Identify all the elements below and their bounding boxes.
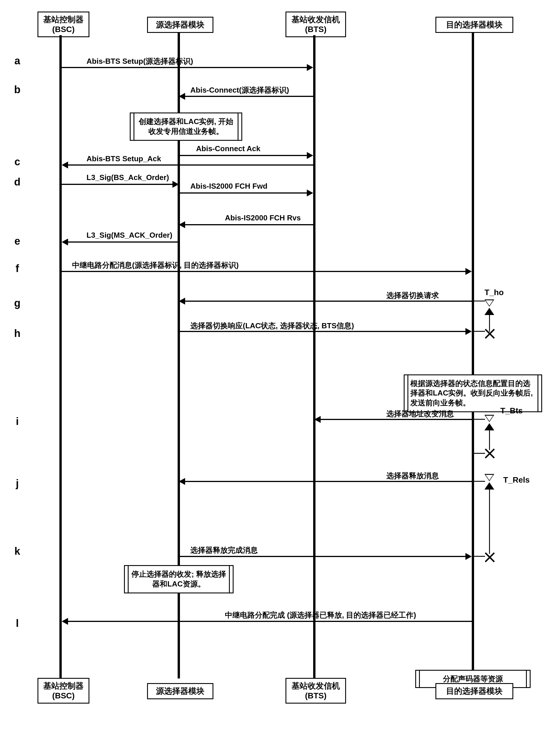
participant-sublabel: (BTS) [290, 25, 341, 34]
timer-tbts-top-branch [474, 419, 485, 420]
participant-bts-top: 基站收发信机 (BTS) [285, 12, 346, 37]
timer-tho-bot-branch [474, 331, 485, 332]
arrow-e [67, 241, 180, 242]
message-f: 中继电路分配消息(源选择器标识, 目的选择器标识) [72, 260, 239, 270]
message-g: 选择器切换请求 [386, 290, 439, 300]
message-d2: Abis-IS2000 FCH Fwd [190, 182, 267, 191]
note-stop-release: 停止选择器的收发; 释放选择器和LAC资源。 [124, 565, 234, 593]
sequence-diagram: 基站控制器 (BSC) 源选择器模块 基站收发信机 (BTS) 目的选择器模块 … [6, 12, 554, 733]
note-create-selector: 创建选择器和LAC实例, 开始收发专用信道业务帧。 [130, 112, 242, 141]
arrow-g [185, 300, 474, 302]
arrowhead-d3 [179, 221, 185, 228]
lifeline-bsc [59, 35, 62, 679]
arrow-d3 [185, 224, 315, 225]
message-d3: Abis-IS2000 FCH Rvs [225, 213, 301, 222]
message-j: 选择器释放消息 [386, 471, 439, 481]
note-text: 根据源选择器的状态信息配置目的选择器和LAC实例。收到反向业务帧后, 发送前向业… [410, 379, 533, 407]
participant-dst-top: 目的选择器模块 [435, 17, 513, 33]
message-e: L3_Sig(MS_ACK_Order) [87, 231, 172, 240]
participant-label: 目的选择器模块 [440, 20, 508, 30]
arrow-i [321, 419, 474, 420]
step-label-d: d [12, 176, 23, 188]
participant-dst-bottom: 目的选择器模块 [435, 683, 513, 699]
arrowhead-i [314, 416, 321, 423]
timer-tho-label: T_ho [484, 288, 504, 297]
message-b: Abis-Connect(源选择器标识) [190, 85, 289, 95]
arrowhead-a [307, 64, 313, 71]
lifeline-bts [313, 35, 315, 679]
step-label-g: g [12, 297, 23, 309]
step-label-i: i [12, 416, 23, 428]
timer-tbts-label: T_Bts [500, 406, 523, 416]
timer-tbts-bot-branch [474, 453, 485, 454]
arrow-c2 [67, 164, 315, 166]
arrow-c1 [180, 155, 307, 156]
step-label-l: l [12, 617, 23, 629]
arrow-l [67, 621, 474, 622]
arrowhead-l [62, 618, 68, 625]
arrow-d2 [180, 192, 307, 193]
message-i: 选择器地址改变消息 [386, 409, 454, 419]
arrow-j [185, 481, 474, 482]
participant-src-bottom: 源选择器模块 [147, 683, 213, 699]
step-label-j: j [12, 478, 23, 490]
timer-trels-start-icon [484, 475, 494, 489]
timer-tbts-stop-icon [484, 448, 495, 459]
participant-sublabel: (BTS) [290, 691, 341, 701]
arrow-h [180, 331, 466, 332]
arrow-d1 [62, 184, 174, 185]
note-text: 停止选择器的收发; 释放选择器和LAC资源。 [131, 570, 226, 588]
participant-label: 基站收发信机 [290, 681, 341, 691]
step-label-b: b [12, 84, 23, 96]
participant-sublabel: (BSC) [42, 25, 84, 34]
arrowhead-b [179, 93, 185, 100]
timer-tho-start-icon [484, 300, 494, 314]
message-c2: Abis-BTS Setup_Ack [87, 154, 161, 163]
message-d1: L3_Sig(BS_Ack_Order) [87, 173, 169, 182]
timer-trels-stop-icon [484, 552, 495, 563]
timer-trels-top-branch [474, 481, 485, 482]
arrowhead-k [465, 553, 472, 560]
arrowhead-j [179, 478, 185, 485]
arrowhead-h [465, 328, 472, 335]
arrowhead-d2 [307, 189, 313, 196]
participant-sublabel: (BSC) [42, 691, 84, 701]
step-label-a: a [12, 55, 23, 67]
arrow-f [62, 271, 467, 272]
step-label-e: e [12, 235, 23, 247]
step-label-h: h [12, 327, 23, 339]
participant-bsc-bottom: 基站控制器 (BSC) [37, 678, 89, 704]
participant-label: 源选择器模块 [152, 20, 208, 30]
message-a: Abis-BTS Setup(源选择器标识) [87, 56, 193, 66]
participant-label: 目的选择器模块 [440, 686, 508, 696]
timer-trels-bot-branch [474, 556, 485, 557]
arrowhead-c1 [307, 152, 313, 159]
step-label-c: c [12, 156, 23, 168]
message-h: 选择器切换响应(LAC状态, 选择器状态, BTS信息) [190, 321, 354, 331]
participant-label: 基站控制器 [42, 681, 84, 691]
timer-tho-top-branch [474, 300, 485, 301]
participant-src-top: 源选择器模块 [147, 17, 213, 33]
message-l: 中继电路分配完成 (源选择器已释放, 目的选择器已经工作) [225, 610, 416, 620]
lifeline-dst [472, 32, 474, 679]
arrowhead-e [62, 238, 68, 245]
arrowhead-f [465, 268, 472, 275]
participant-label: 基站控制器 [42, 15, 84, 25]
participant-label: 基站收发信机 [290, 15, 341, 25]
note-text: 创建选择器和LAC实例, 开始收发专用信道业务帧。 [139, 117, 233, 136]
step-label-k: k [12, 545, 23, 557]
arrow-b [185, 96, 315, 97]
arrowhead-c2 [62, 161, 68, 168]
arrow-a [62, 67, 310, 68]
timer-trels-connector [489, 489, 490, 554]
timer-trels-label: T_Rels [503, 476, 530, 485]
participant-bts-bottom: 基站收发信机 (BTS) [285, 678, 346, 704]
timer-tho-stop-icon [484, 328, 495, 339]
arrowhead-g [179, 298, 185, 304]
participant-bsc-top: 基站控制器 (BSC) [37, 12, 89, 37]
step-label-f: f [12, 262, 23, 274]
message-c1: Abis-Connect Ack [196, 144, 260, 153]
arrow-k [180, 556, 466, 557]
timer-tbts-connector [489, 430, 490, 450]
message-k: 选择器释放完成消息 [190, 545, 258, 555]
